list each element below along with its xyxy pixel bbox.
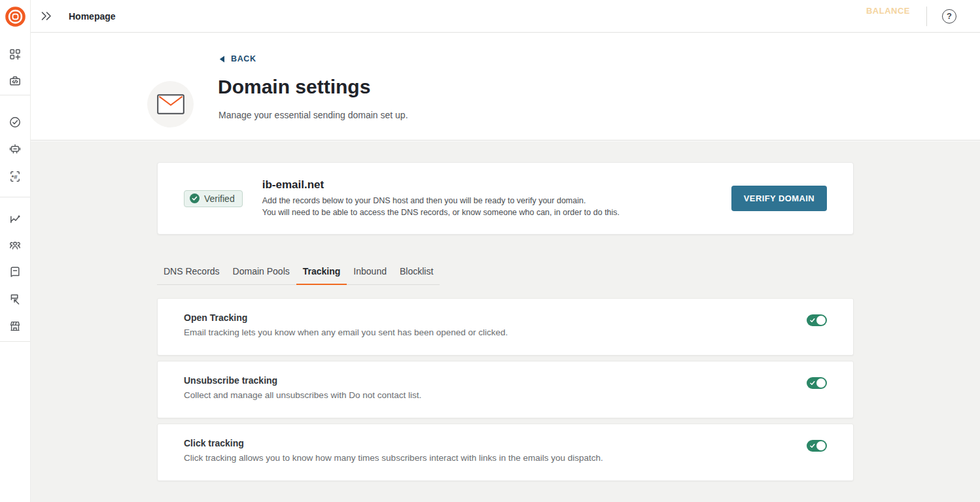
toggle-switch[interactable] bbox=[807, 314, 827, 326]
analytics-chart-icon[interactable] bbox=[9, 212, 22, 225]
setting-description: Click tracking allows you to know how ma… bbox=[184, 453, 603, 463]
tab-label: Blocklist bbox=[400, 266, 433, 276]
envelope-icon bbox=[157, 94, 184, 114]
tab[interactable]: Tracking bbox=[296, 262, 347, 285]
help-icon[interactable]: ? bbox=[942, 9, 956, 24]
tab-label: DNS Records bbox=[164, 266, 220, 276]
tab[interactable]: DNS Records bbox=[157, 262, 226, 285]
svg-text:*#: *# bbox=[12, 173, 18, 180]
sidebar-divider bbox=[0, 95, 30, 95]
page-subtitle: Manage your essential sending domain set… bbox=[219, 110, 408, 120]
sidebar: *# bbox=[0, 0, 31, 502]
marketplace-shop-icon[interactable] bbox=[9, 320, 22, 333]
developer-tools-icon[interactable] bbox=[9, 75, 22, 88]
domain-status-card: Verified ib-email.net Add the records be… bbox=[157, 162, 854, 235]
tabs: DNS Records Domain Pools Tracking Inboun… bbox=[157, 262, 440, 285]
tab[interactable]: Inbound bbox=[347, 262, 393, 285]
balance-label[interactable]: BALANCE bbox=[866, 6, 910, 16]
toggle-switch[interactable] bbox=[807, 440, 827, 452]
domain-name: ib-email.net bbox=[262, 178, 620, 192]
numbers-keypad-icon[interactable]: *# bbox=[9, 170, 22, 183]
domain-description-line2: You will need to be able to access the D… bbox=[262, 207, 620, 218]
sidebar-divider bbox=[0, 197, 30, 197]
setting-description: Collect and manage all unsubscribes with… bbox=[184, 390, 421, 400]
setting-text: Unsubscribe tracking Collect and manage … bbox=[184, 375, 421, 404]
exchange-flag-icon[interactable] bbox=[9, 293, 22, 306]
setting-title: Unsubscribe tracking bbox=[184, 375, 421, 386]
breadcrumb-page-title: Homepage bbox=[69, 11, 116, 22]
domain-info: ib-email.net Add the records below to yo… bbox=[262, 178, 620, 218]
infobip-logo-icon[interactable] bbox=[5, 7, 26, 27]
email-channel-avatar bbox=[147, 81, 194, 127]
toggle-switch[interactable] bbox=[807, 377, 827, 389]
page-header: BACK Domain settings Manage your essenti… bbox=[31, 33, 980, 141]
setting-text: Click tracking Click tracking allows you… bbox=[184, 438, 603, 467]
toggle-knob bbox=[816, 378, 826, 388]
tracking-setting-card: Open Tracking Email tracking lets you kn… bbox=[157, 298, 854, 356]
tab-label: Domain Pools bbox=[233, 266, 290, 276]
tracking-settings-list: Open Tracking Email tracking lets you kn… bbox=[157, 298, 854, 481]
tab-label: Inbound bbox=[353, 266, 387, 276]
setting-description: Email tracking lets you know when any em… bbox=[184, 327, 508, 337]
topbar: Homepage BALANCE ? bbox=[31, 0, 980, 33]
toggle-check-icon bbox=[810, 380, 815, 386]
answers-bot-icon[interactable] bbox=[9, 142, 22, 156]
audiences-people-icon[interactable] bbox=[9, 239, 22, 252]
page-title: Domain settings bbox=[218, 76, 370, 98]
tracking-setting-card: Click tracking Click tracking allows you… bbox=[157, 424, 854, 481]
setting-text: Open Tracking Email tracking lets you kn… bbox=[184, 312, 508, 341]
setting-title: Click tracking bbox=[184, 438, 603, 448]
toggle-check-icon bbox=[810, 318, 815, 323]
apps-grid-icon[interactable] bbox=[9, 48, 22, 61]
tab[interactable]: Domain Pools bbox=[226, 262, 296, 285]
setting-title: Open Tracking bbox=[184, 312, 508, 323]
sidebar-expand-chevrons-icon[interactable] bbox=[41, 11, 52, 21]
toggle-knob bbox=[816, 441, 826, 450]
sidebar-divider bbox=[0, 341, 30, 342]
tab-label: Tracking bbox=[303, 266, 341, 276]
back-label: BACK bbox=[231, 54, 256, 63]
toggle-knob bbox=[816, 316, 826, 325]
verified-label: Verified bbox=[204, 193, 235, 204]
tracking-setting-card: Unsubscribe tracking Collect and manage … bbox=[157, 361, 854, 418]
verified-status-badge: Verified bbox=[184, 190, 243, 207]
domain-description-line1: Add the records below to your DNS host a… bbox=[262, 195, 620, 207]
back-arrow-icon bbox=[219, 56, 225, 63]
back-button[interactable]: BACK bbox=[219, 54, 256, 63]
verify-domain-button[interactable]: VERIFY DOMAIN bbox=[731, 186, 827, 211]
topbar-divider bbox=[926, 7, 927, 26]
toggle-check-icon bbox=[810, 443, 815, 448]
knowledge-book-icon[interactable] bbox=[9, 265, 22, 278]
content-area: Verified ib-email.net Add the records be… bbox=[31, 141, 980, 502]
tab[interactable]: Blocklist bbox=[393, 262, 440, 285]
verified-check-icon bbox=[190, 193, 200, 203]
moments-target-icon[interactable] bbox=[9, 116, 22, 129]
